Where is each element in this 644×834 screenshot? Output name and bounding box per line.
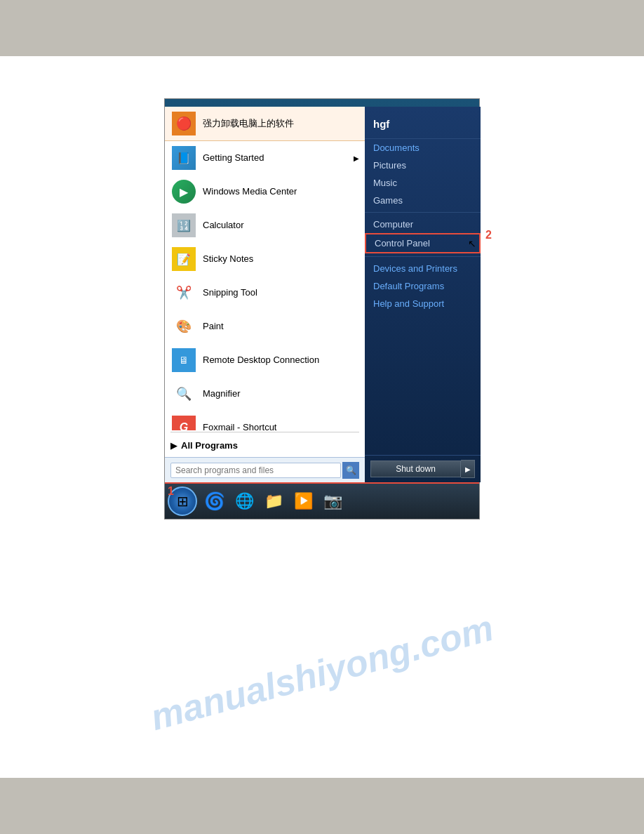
menu-item-calculator[interactable]: 🔢 Calculator — [165, 208, 365, 242]
menu-item-paint[interactable]: 🎨 Paint — [165, 310, 365, 343]
right-item-music[interactable]: Music — [365, 174, 481, 192]
watermark: manualshiyong.com — [146, 607, 497, 739]
folder-icon: 📁 — [264, 492, 283, 510]
start-search-bar: 🔍 — [165, 457, 365, 482]
pinned-item-uninstaller[interactable]: 🔴 强力卸载电脑上的软件 — [165, 107, 365, 141]
menu-item-remote-desktop[interactable]: 🖥 Remote Desktop Connection — [165, 343, 365, 377]
getting-started-label: Getting Started — [203, 152, 264, 164]
computer-label: Computer — [373, 219, 413, 230]
magnifier-icon: 🔍 — [170, 380, 197, 407]
top-bar — [0, 0, 644, 56]
taskbar-icon-ie[interactable]: 🌐 — [231, 488, 257, 515]
calculator-label: Calculator — [203, 220, 244, 231]
paint-label: Paint — [203, 321, 224, 332]
pinned-item-label: 强力卸载电脑上的软件 — [203, 117, 294, 130]
paint-icon: 🎨 — [170, 313, 197, 340]
calculator-icon: 🔢 — [170, 212, 197, 239]
menu-item-magnifier[interactable]: 🔍 Magnifier — [165, 377, 365, 411]
shutdown-options-button[interactable]: ▶ — [461, 460, 475, 478]
snipping-tool-label: Snipping Tool — [203, 287, 257, 298]
documents-label: Documents — [373, 143, 420, 153]
taskbar: 1 ⊞ 🌀 🌐 📁 ▶️ — [165, 482, 479, 519]
taskbar-icon-media-player[interactable]: ▶️ — [290, 488, 316, 515]
control-panel-label: Control Panel — [375, 238, 430, 249]
default-programs-label: Default Programs — [373, 281, 444, 291]
username-display: hgf — [365, 112, 481, 139]
right-divider-2 — [365, 256, 481, 257]
sticky-notes-label: Sticky Notes — [203, 253, 253, 265]
label-1: 1 — [168, 485, 174, 498]
right-item-computer[interactable]: Computer — [365, 216, 481, 233]
snipping-tool-icon: ✂️ — [170, 279, 197, 306]
menu-item-sticky-notes[interactable]: 📝 Sticky Notes — [165, 242, 365, 276]
start-menu: 🔴 强力卸载电脑上的软件 📘 Getting Started ▶ — [165, 107, 481, 482]
foxmail-label: Foxmail - Shortcut — [203, 422, 276, 430]
games-label: Games — [373, 195, 403, 206]
start-menu-right: hgf Documents Pictures Music G — [365, 107, 481, 482]
taskbar-icon-folder[interactable]: 📁 — [260, 488, 287, 515]
main-content: manualshiyong.com 🔴 强力卸载电脑上的软件 — [0, 56, 644, 778]
uninstaller-icon: 🔴 — [170, 110, 197, 137]
help-support-label: Help and Support — [373, 298, 444, 309]
shutdown-area: Shut down ▶ — [365, 455, 481, 482]
label-2: 2 — [485, 229, 492, 241]
search-input[interactable] — [170, 463, 341, 478]
right-item-games[interactable]: Games — [365, 192, 481, 209]
cursor-icon: ↖ — [468, 238, 476, 249]
media-player-icon: ▶️ — [294, 492, 313, 510]
desktop-background: 🔴 强力卸载电脑上的软件 📘 Getting Started ▶ — [165, 99, 479, 519]
start-menu-left: 🔴 强力卸载电脑上的软件 📘 Getting Started ▶ — [165, 107, 365, 482]
right-item-documents[interactable]: Documents — [365, 139, 481, 157]
menu-item-getting-started[interactable]: 📘 Getting Started ▶ — [165, 141, 365, 175]
search-button[interactable]: 🔍 — [342, 462, 359, 479]
right-divider-1 — [365, 212, 481, 213]
colorful-balls-icon: 🌀 — [204, 491, 225, 511]
screenshot-container: 🔴 强力卸载电脑上的软件 📘 Getting Started ▶ — [164, 98, 480, 519]
sticky-notes-icon: 📝 — [170, 246, 197, 272]
foxmail-icon: G — [170, 414, 197, 430]
bottom-bar — [0, 778, 644, 834]
start-menu-bottom: ▶ All Programs — [165, 434, 365, 457]
taskbar-icon-camera[interactable]: 📷 — [319, 488, 346, 515]
menu-item-foxmail[interactable]: G Foxmail - Shortcut — [165, 411, 365, 430]
remote-desktop-icon: 🖥 — [170, 347, 197, 373]
all-programs-button[interactable]: ▶ All Programs — [165, 437, 365, 454]
menu-item-snipping-tool[interactable]: ✂️ Snipping Tool — [165, 276, 365, 310]
windows-media-center-label: Windows Media Center — [203, 186, 297, 197]
remote-desktop-label: Remote Desktop Connection — [203, 355, 319, 366]
music-label: Music — [373, 178, 397, 188]
right-item-devices-printers[interactable]: Devices and Printers — [365, 260, 481, 277]
start-menu-divider — [170, 432, 359, 432]
shutdown-button[interactable]: Shut down — [370, 461, 461, 477]
all-programs-label: All Programs — [181, 440, 238, 451]
devices-printers-label: Devices and Printers — [373, 263, 457, 274]
windows-logo-icon: ⊞ — [177, 493, 189, 510]
start-menu-programs-list: 🔴 强力卸载电脑上的软件 📘 Getting Started ▶ — [165, 107, 365, 430]
right-item-default-programs[interactable]: Default Programs — [365, 277, 481, 295]
all-programs-arrow-icon: ▶ — [170, 441, 177, 451]
right-item-control-panel[interactable]: Control Panel 2 ↖ — [365, 233, 481, 253]
getting-started-arrow: ▶ — [354, 154, 359, 162]
windows-media-center-icon: ▶ — [170, 178, 197, 205]
getting-started-icon: 📘 — [170, 145, 197, 171]
menu-item-windows-media-center[interactable]: ▶ Windows Media Center — [165, 175, 365, 208]
magnifier-label: Magnifier — [203, 388, 240, 399]
right-item-help-support[interactable]: Help and Support — [365, 295, 481, 312]
right-item-pictures[interactable]: Pictures — [365, 157, 481, 174]
taskbar-icon-colorful[interactable]: 🌀 — [201, 488, 228, 515]
camera-icon: 📷 — [323, 492, 342, 510]
ie-icon: 🌐 — [235, 492, 254, 510]
pictures-label: Pictures — [373, 160, 406, 171]
